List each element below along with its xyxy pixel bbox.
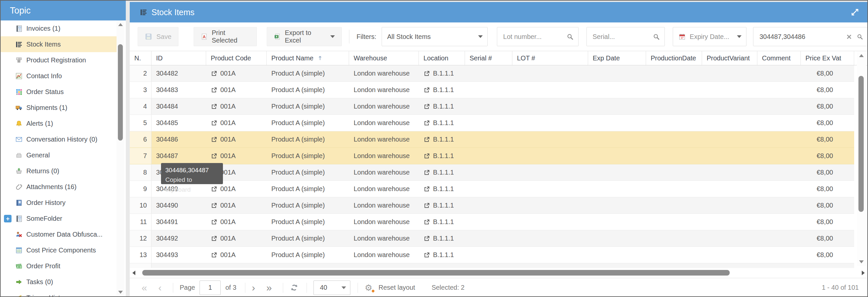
column-header-id[interactable]: ID	[152, 51, 206, 65]
page-number-input[interactable]	[199, 280, 221, 295]
column-header-lot[interactable]: LOT #	[513, 51, 588, 65]
external-link-icon[interactable]	[424, 169, 430, 176]
sidebar-item-order-status[interactable]: Order Status	[1, 84, 117, 100]
external-link-icon[interactable]	[211, 70, 217, 77]
external-link-icon[interactable]	[424, 252, 430, 259]
sidebar-item-shipments-1[interactable]: Shipments (1)	[1, 100, 117, 115]
scroll-up-icon[interactable]	[118, 23, 123, 26]
sidebar-scrollbar[interactable]	[117, 21, 124, 296]
clear-icon[interactable]	[846, 33, 852, 40]
table-row-304487[interactable]: 7304487001AProduct A (simple)London ware…	[130, 148, 854, 164]
reset-layout-label[interactable]: Reset layout	[378, 284, 415, 291]
sidebar-item-trigger-history[interactable]: Trigger History	[1, 290, 117, 296]
table-row-304483[interactable]: 3304483001AProduct A (simple)London ware…	[130, 82, 854, 98]
scroll-left-icon[interactable]	[132, 271, 135, 275]
external-link-icon[interactable]	[211, 252, 217, 259]
first-page-button[interactable]: «	[142, 283, 147, 293]
external-link-icon[interactable]	[424, 153, 430, 159]
sidebar-item-conversation-history-0[interactable]: Conversation History (0)	[1, 131, 117, 147]
column-header-product-name[interactable]: Product Name	[267, 51, 349, 65]
external-link-icon[interactable]	[211, 103, 217, 110]
table-row-304492[interactable]: 12304492001AProduct A (simple)London war…	[130, 230, 854, 247]
external-link-icon[interactable]	[211, 153, 217, 159]
sidebar-item-tasks-0[interactable]: Tasks (0)	[1, 274, 117, 290]
sidebar-item-cost-price-components[interactable]: Cost Price Components	[1, 242, 117, 258]
lot-number-input[interactable]	[502, 33, 567, 41]
table-row-304489[interactable]: 9304489001AProduct A (simple)London ware…	[130, 181, 854, 197]
horizontal-scrollbar-thumb[interactable]	[142, 270, 730, 275]
table-row-304488[interactable]: 8304488001AProduct A (simple)London ware…	[130, 164, 854, 181]
search-icon[interactable]	[567, 33, 574, 40]
table-row-304482[interactable]: 2304482001AProduct A (simple)London ware…	[130, 65, 854, 82]
table-row-304484[interactable]: 4304484001AProduct A (simple)London ware…	[130, 98, 854, 115]
external-link-icon[interactable]	[424, 70, 430, 77]
table-row-304494[interactable]: 14304494001AProduct A (simple)London war…	[130, 263, 854, 268]
next-page-button[interactable]: ›	[252, 283, 255, 293]
last-page-button[interactable]: »	[267, 283, 272, 293]
sidebar-item-customer-data-obfusca[interactable]: Customer Data Obfusca...	[1, 226, 117, 242]
external-link-icon[interactable]	[424, 103, 430, 110]
column-header-n[interactable]: N.	[130, 51, 152, 65]
sidebar-item-general[interactable]: General	[1, 147, 117, 163]
print-selected-button[interactable]: A Print Selected	[194, 27, 257, 46]
expiry-date-dropdown[interactable]: 17 Expiry Date...	[673, 27, 747, 46]
reset-layout-button[interactable]: ⚙	[365, 283, 374, 293]
external-link-icon[interactable]	[424, 202, 430, 209]
scroll-right-icon[interactable]	[862, 271, 865, 275]
sidebar-item-contact-info[interactable]: Contact Info	[1, 68, 117, 84]
external-link-icon[interactable]	[424, 186, 430, 192]
column-header-exp-date[interactable]: Exp Date	[588, 51, 646, 65]
search-icon[interactable]	[653, 33, 660, 40]
table-row-304491[interactable]: 11304491001AProduct A (simple)London war…	[130, 214, 854, 230]
table-horizontal-scrollbar[interactable]	[130, 268, 868, 278]
external-link-icon[interactable]	[424, 235, 430, 242]
table-row-304485[interactable]: 5304485001AProduct A (simple)London ware…	[130, 115, 854, 131]
table-vertical-scrollbar[interactable]	[857, 52, 866, 266]
sidebar-item-somefolder[interactable]: +SomeFolder	[1, 211, 117, 226]
export-to-excel-button[interactable]: X Export to Excel	[267, 27, 342, 46]
prev-page-button[interactable]: ‹	[158, 283, 162, 293]
sidebar-scrollbar-thumb[interactable]	[118, 44, 123, 141]
external-link-icon[interactable]	[211, 120, 217, 126]
external-link-icon[interactable]	[211, 87, 217, 93]
column-header-product-code[interactable]: Product Code	[206, 51, 267, 65]
table-row-304486[interactable]: 6304486001AProduct A (simple)London ware…	[130, 131, 854, 148]
search-icon[interactable]	[857, 33, 863, 40]
sidebar-item-invoices-1[interactable]: Invoices (1)	[1, 21, 117, 36]
vertical-scrollbar-thumb[interactable]	[859, 76, 864, 212]
column-header-serial[interactable]: Serial #	[465, 51, 513, 65]
sidebar-item-order-profit[interactable]: Order Profit	[1, 258, 117, 274]
column-header-productvariant[interactable]: ProductVariant	[702, 51, 757, 65]
sidebar-item-returns-0[interactable]: Returns (0)	[1, 163, 117, 179]
table-row-304490[interactable]: 10304490001AProduct A (simple)London war…	[130, 197, 854, 214]
column-header-productiondate[interactable]: ProductionDate	[646, 51, 702, 65]
external-link-icon[interactable]	[211, 202, 217, 209]
refresh-icon[interactable]	[290, 283, 299, 292]
expand-icon[interactable]	[850, 7, 860, 17]
external-link-icon[interactable]	[211, 219, 217, 225]
external-link-icon[interactable]	[424, 120, 430, 126]
sidebar-item-stock-items[interactable]: Stock Items	[1, 36, 117, 52]
column-header-price-ex-vat[interactable]: Price Ex Vat	[801, 51, 854, 65]
stock-filter-dropdown[interactable]: All Stock Items	[382, 27, 488, 46]
sidebar-item-product-registration[interactable]: Product Registration	[1, 52, 117, 68]
external-link-icon[interactable]	[424, 136, 430, 143]
column-header-location[interactable]: Location	[419, 51, 465, 65]
page-size-dropdown[interactable]: 40	[313, 280, 350, 295]
serial-input[interactable]	[592, 33, 653, 41]
id-search-input[interactable]	[759, 33, 846, 41]
table-row-304493[interactable]: 13304493001AProduct A (simple)London war…	[130, 247, 854, 263]
expand-plus-icon[interactable]: +	[4, 215, 11, 222]
sidebar-item-alerts-1[interactable]: Alerts (1)	[1, 115, 117, 131]
sidebar-item-attachments-16[interactable]: Attachments (16)	[1, 179, 117, 195]
external-link-icon[interactable]	[211, 136, 217, 143]
save-button[interactable]: Save	[137, 27, 179, 46]
scroll-up-icon[interactable]	[859, 54, 864, 57]
column-header-warehouse[interactable]: Warehouse	[349, 51, 419, 65]
external-link-icon[interactable]	[424, 87, 430, 93]
external-link-icon[interactable]	[424, 219, 430, 225]
scroll-down-icon[interactable]	[118, 291, 123, 294]
column-header-comment[interactable]: Comment	[757, 51, 801, 65]
scroll-down-icon[interactable]	[859, 260, 864, 263]
sidebar-item-order-history[interactable]: Order History	[1, 195, 117, 211]
